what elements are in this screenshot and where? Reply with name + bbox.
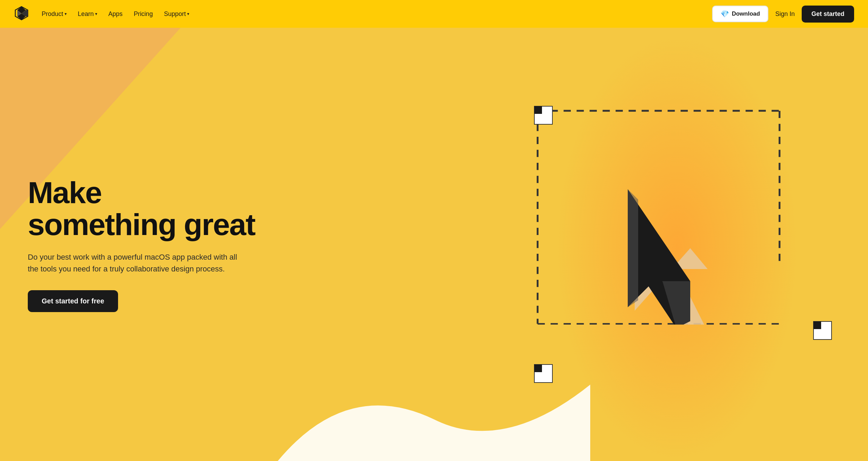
getstarted-button[interactable]: Get started — [802, 6, 854, 23]
sketch-gem-icon: 💎 — [720, 10, 729, 18]
hero-subtitle: Do your best work with a powerful macOS … — [28, 251, 247, 275]
logo[interactable] — [14, 6, 29, 22]
navbar: Product ▾ Learn ▾ Apps Pricing Support ▾… — [0, 0, 868, 28]
svg-marker-18 — [628, 189, 638, 307]
nav-left: Product ▾ Learn ▾ Apps Pricing Support ▾ — [14, 6, 189, 22]
handle-cube-topleft — [534, 106, 553, 125]
cta-button[interactable]: Get started for free — [28, 290, 118, 312]
hero-section: Make something great Do your best work w… — [0, 0, 868, 461]
handle-cube-bottomright — [813, 321, 832, 340]
nav-links: Product ▾ Learn ▾ Apps Pricing Support ▾ — [42, 10, 189, 18]
hero-content: Make something great Do your best work w… — [0, 177, 255, 312]
nav-learn[interactable]: Learn ▾ — [78, 10, 97, 18]
handle-cube-bottomleft — [534, 364, 553, 383]
svg-rect-13 — [534, 364, 542, 372]
signin-button[interactable]: Sign In — [775, 10, 795, 18]
nav-right: 💎 Download Sign In Get started — [712, 6, 854, 23]
hero-title: Make something great — [28, 177, 255, 241]
cursor-illustration — [607, 179, 725, 325]
illustration-inner — [417, 28, 868, 461]
nav-apps[interactable]: Apps — [108, 10, 123, 18]
nav-support[interactable]: Support ▾ — [164, 10, 189, 18]
svg-rect-11 — [534, 106, 542, 114]
learn-chevron-icon: ▾ — [95, 11, 97, 16]
hero-illustration — [417, 28, 868, 461]
download-button[interactable]: 💎 Download — [712, 6, 768, 22]
support-chevron-icon: ▾ — [187, 11, 189, 16]
svg-rect-15 — [813, 321, 821, 329]
nav-product[interactable]: Product ▾ — [42, 10, 67, 18]
product-chevron-icon: ▾ — [65, 11, 67, 16]
nav-pricing[interactable]: Pricing — [134, 10, 153, 18]
